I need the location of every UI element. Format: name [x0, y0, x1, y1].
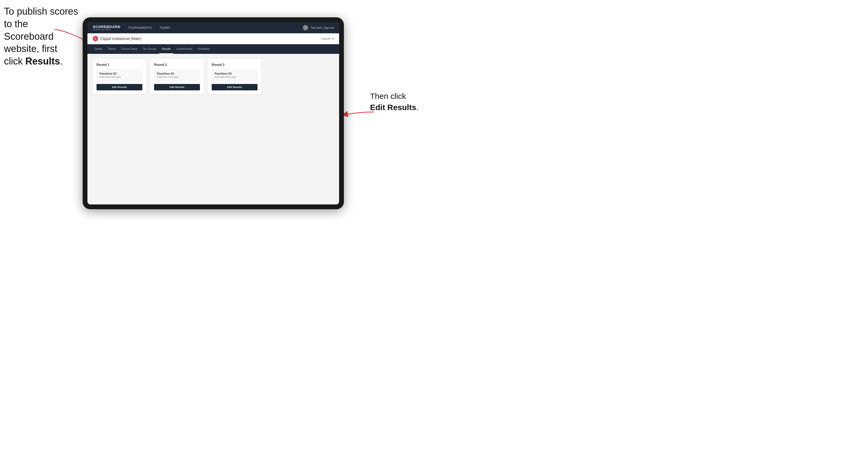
course-card: Peachtree GC Gold (M) (7010 yds)	[96, 69, 142, 81]
tournament-header: C Clippd Invitational (Main) Cancel ✕	[87, 33, 339, 44]
tab-details[interactable]: Details	[92, 44, 105, 54]
tab-course-setup[interactable]: Course Setup	[118, 44, 140, 54]
instruction-right: Then click Edit Results.	[370, 91, 429, 113]
course-detail: Gold (M) (7010 yds)	[157, 76, 197, 79]
nav-user-text: Test User | Sign out	[311, 26, 334, 29]
course-detail: Gold (M) (7010 yds)	[215, 76, 255, 79]
nav-links: TOURNAMENTS TEAMS	[127, 26, 303, 29]
user-avatar	[303, 25, 308, 31]
nav-right: Test User | Sign out	[303, 25, 334, 31]
nav-teams[interactable]: TEAMS	[158, 26, 171, 29]
main-content: Round 1 Peachtree GC Gold (M) (7010 yds)…	[87, 54, 339, 205]
round-card-1: Round 1 Peachtree GC Gold (M) (7010 yds)…	[93, 59, 146, 94]
round-card-2: Round 2 Peachtree GC Gold (M) (7010 yds)…	[150, 59, 204, 94]
course-name: Peachtree GC	[157, 72, 197, 75]
tournament-title: Clippd Invitational (Main)	[100, 36, 141, 41]
top-nav: SCOREBOARD Powered by clippd TOURNAMENTS…	[87, 22, 339, 33]
tablet-screen: SCOREBOARD Powered by clippd TOURNAMENTS…	[87, 22, 339, 205]
round-title: Round 2	[154, 63, 200, 67]
tab-bar: DetailsTeamsCourse SetupTee GroupsResult…	[87, 44, 339, 54]
tab-printables[interactable]: Printables	[195, 44, 212, 54]
edit-results-button-2[interactable]: Edit Results	[154, 84, 200, 90]
round-card-3: Round 3 Peachtree GC Gold (M) (7010 yds)…	[208, 59, 261, 94]
tournament-title-row: C Clippd Invitational (Main)	[93, 36, 141, 41]
nav-tournaments[interactable]: TOURNAMENTS	[127, 26, 153, 29]
cancel-button[interactable]: Cancel ✕	[321, 37, 334, 40]
tab-teams[interactable]: Teams	[105, 44, 118, 54]
edit-results-button-3[interactable]: Edit Results	[212, 84, 257, 90]
course-card: Peachtree GC Gold (M) (7010 yds)	[154, 69, 200, 81]
close-icon: ✕	[331, 37, 334, 40]
tab-tee-groups[interactable]: Tee Groups	[140, 44, 159, 54]
logo-subtitle: Powered by clippd	[93, 29, 121, 30]
course-name: Peachtree GC	[215, 72, 255, 75]
rounds-container: Round 1 Peachtree GC Gold (M) (7010 yds)…	[93, 59, 334, 94]
tab-leaderboards[interactable]: Leaderboards	[173, 44, 195, 54]
course-card: Peachtree GC Gold (M) (7010 yds)	[212, 69, 257, 81]
logo-title: SCOREBOARD	[93, 25, 121, 29]
course-name: Peachtree GC	[99, 72, 140, 75]
edit-results-button-1[interactable]: Edit Results	[96, 84, 142, 90]
tab-results[interactable]: Results	[159, 44, 173, 54]
scoreboard-logo: SCOREBOARD Powered by clippd	[93, 25, 121, 30]
round-title: Round 1	[96, 63, 142, 67]
tablet-frame: SCOREBOARD Powered by clippd TOURNAMENTS…	[83, 17, 344, 209]
course-detail: Gold (M) (7010 yds)	[99, 76, 140, 79]
tournament-icon: C	[93, 36, 98, 41]
avatar-inner	[303, 25, 308, 30]
sign-out-link[interactable]: Sign out	[324, 26, 334, 29]
instruction-left: To publish scores to the Scoreboard webs…	[4, 5, 79, 68]
round-title: Round 3	[212, 63, 257, 67]
